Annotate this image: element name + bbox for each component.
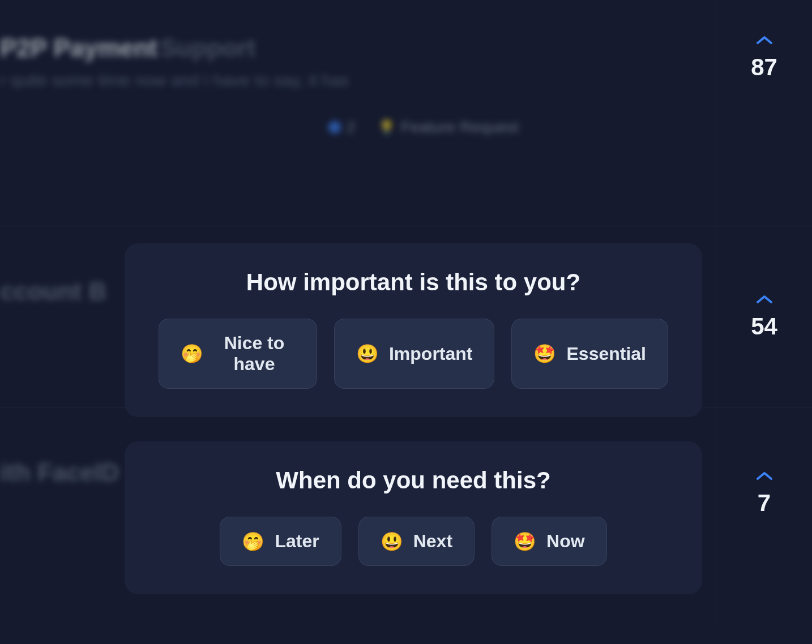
feedback-meta: 2 💡 Feature Request [328, 118, 716, 136]
option-nice-to-have[interactable]: 🤭 Nice to have [159, 319, 317, 389]
yawn-emoji-icon: 🤭 [242, 533, 264, 551]
feedback-title-strong: P2P Payment [0, 34, 157, 62]
bulb-icon: 💡 [378, 119, 395, 135]
upvote-button[interactable] [755, 34, 773, 45]
option-later[interactable]: 🤭 Later [220, 517, 341, 566]
option-label: Essential [566, 344, 646, 364]
feedback-list: P2P Payment Support r quite some time no… [0, 0, 812, 644]
importance-prompt-title: How important is this to you? [159, 269, 668, 296]
timing-prompt-title: When do you need this? [159, 467, 668, 494]
upvote-button[interactable] [755, 470, 773, 481]
timing-prompt-card: When do you need this? 🤭 Later 😃 Next 🤩 … [125, 441, 702, 594]
timing-options: 🤭 Later 😃 Next 🤩 Now [159, 517, 668, 566]
importance-prompt-card: How important is this to you? 🤭 Nice to … [125, 243, 702, 417]
vote-column: 54 [716, 226, 812, 407]
feedback-subtitle: r quite some time now and I have to say,… [0, 71, 716, 90]
star-eyes-emoji-icon: 🤩 [533, 345, 556, 363]
comment-icon [328, 121, 341, 134]
option-label: Nice to have [213, 333, 295, 375]
smile-emoji-icon: 😃 [356, 345, 379, 363]
option-next[interactable]: 😃 Next [358, 517, 475, 566]
option-label: Later [275, 531, 319, 552]
option-label: Next [413, 531, 452, 552]
option-label: Now [546, 531, 585, 552]
vote-count: 7 [758, 490, 771, 517]
option-label: Important [389, 344, 473, 364]
smile-emoji-icon: 😃 [381, 533, 403, 551]
vote-column: 7 [716, 407, 812, 622]
yawn-emoji-icon: 🤭 [181, 345, 203, 363]
comments-count-value: 2 [347, 118, 356, 136]
vote-column: 87 [716, 0, 812, 226]
star-eyes-emoji-icon: 🤩 [514, 533, 536, 551]
feedback-title-light: Support [160, 34, 255, 62]
option-now[interactable]: 🤩 Now [492, 517, 607, 566]
vote-count: 87 [751, 54, 777, 81]
comments-count: 2 [328, 118, 356, 136]
vote-count: 54 [751, 313, 777, 340]
feedback-row: P2P Payment Support r quite some time no… [0, 0, 812, 226]
feedback-row: ith FaceID When do you need this? 🤭 Late… [0, 407, 812, 622]
option-essential[interactable]: 🤩 Essential [511, 319, 668, 389]
feedback-tag: 💡 Feature Request [378, 118, 519, 136]
upvote-button[interactable] [755, 293, 773, 304]
tag-label: Feature Request [401, 118, 519, 136]
importance-options: 🤭 Nice to have 😃 Important 🤩 Essential [159, 319, 668, 389]
feedback-row: ccount B How important is this to you? 🤭… [0, 226, 812, 407]
feedback-content-blurred: P2P Payment Support r quite some time no… [0, 0, 716, 226]
option-important[interactable]: 😃 Important [334, 319, 495, 389]
